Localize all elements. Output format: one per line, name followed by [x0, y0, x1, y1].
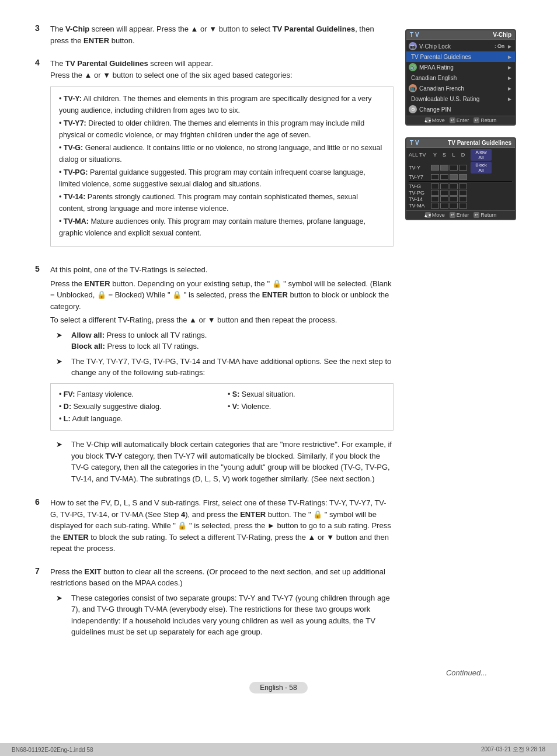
tvy7-cell3[interactable]: [450, 174, 458, 180]
parental-grid: ALL TV Y S L D Allow All TV-Y B: [406, 148, 515, 210]
parental-title-bar: T V TV Parental Guidelines: [406, 138, 515, 148]
tv14-cell1[interactable]: [431, 196, 439, 202]
step-4-content: The TV Parental Guidelines screen will a…: [50, 58, 394, 255]
vchip-row-downloadable[interactable]: Downloadable U.S. Rating ►: [406, 93, 515, 104]
tvy-cell3[interactable]: [450, 165, 458, 171]
parental-row-tvma: TV-MA: [409, 203, 513, 209]
tv14-cell4[interactable]: [459, 196, 467, 202]
p-enter-icon: ↵: [450, 212, 455, 218]
vchip-parental-arrow: ►: [507, 54, 513, 60]
parental-footer-enter: ↵ Enter: [450, 212, 469, 218]
vchip-footer: ▲▼ Move ↵ Enter ↩ Return: [406, 116, 515, 124]
vchip-row-channel[interactable]: 📺 Canadian French ►: [406, 83, 515, 93]
vchip-panel: T V V-Chip 📷 V-Chip Lock : On ► TV Paren…: [405, 29, 516, 126]
block-all-btn[interactable]: Block All: [471, 162, 492, 174]
vchip-dl-label: Downloadable U.S. Rating: [411, 96, 504, 102]
vchip-parental-label: TV Parental Guidelines: [411, 54, 504, 60]
tv14-cell2[interactable]: [440, 196, 448, 202]
tvma-cell4[interactable]: [459, 203, 467, 209]
tvy7-label: TV-Y7: [409, 174, 430, 180]
step-5: 5 At this point, one of the TV-Ratings i…: [35, 264, 394, 488]
header-s: S: [440, 152, 448, 158]
setup-icon: ⚙: [409, 105, 417, 113]
vchip-canfr-label: Canadian French: [419, 85, 504, 92]
tvy7-cell4[interactable]: [459, 174, 467, 180]
allow-all-btn[interactable]: Allow All: [471, 149, 492, 161]
tv14-cell3[interactable]: [450, 196, 458, 202]
step-3-text: The V-Chip screen will appear. Press the…: [50, 23, 394, 46]
sub-rating-l: • L: Adult language.: [59, 413, 216, 425]
step-7: 7 Press the EXIT button to clear all the…: [35, 566, 394, 641]
arrow-icon-2: ➤: [56, 356, 67, 379]
footer-move-label: Move: [432, 117, 445, 123]
sub-rating-s: • S: Sexual situation.: [228, 389, 385, 401]
tvg-cell2[interactable]: [440, 183, 448, 189]
sub-rating-d: • D: Sexually suggestive dialog.: [59, 401, 216, 413]
channel-icon: 📺: [409, 84, 417, 92]
step-7-note: ➤ These categories consist of two separa…: [56, 592, 394, 638]
tvma-cell1[interactable]: [431, 203, 439, 209]
step-5-number: 5: [35, 264, 44, 488]
footer-enter: ↵ Enter: [450, 117, 469, 123]
step-5-content: At this point, one of the TV-Ratings is …: [50, 264, 394, 488]
vchip-row-parental[interactable]: TV Parental Guidelines ►: [406, 51, 515, 62]
arrow-note-sub-ratings: ➤ The TV-Y, TV-Y7, TV-G, TV-PG, TV-14 an…: [56, 356, 394, 379]
step-3-number: 3: [35, 23, 44, 48]
tvg-cell1[interactable]: [431, 183, 439, 189]
parental-row-tvg: TV-G: [409, 183, 513, 189]
sub-ratings-intro-text: The TV-Y, TV-Y7, TV-G, TV-PG, TV-14 and …: [71, 356, 394, 379]
vchip-row-sound[interactable]: 🔊 MPAA Rating ►: [406, 62, 515, 72]
tvy7-cell1[interactable]: [431, 174, 439, 180]
page-number: English - 58: [249, 682, 307, 693]
tvg-cell4[interactable]: [459, 183, 467, 189]
parental-title-right: TV Parental Guidelines: [448, 140, 511, 146]
step-4: 4 The TV Parental Guidelines screen will…: [35, 58, 394, 255]
step-3-content: The V-Chip screen will appear. Press the…: [50, 23, 394, 48]
tvy-cell1[interactable]: [431, 165, 439, 171]
tvma-cell3[interactable]: [450, 203, 458, 209]
enter-icon: ↵: [450, 117, 455, 123]
tvy-cell2[interactable]: [440, 165, 448, 171]
step-5-text1: At this point, one of the TV-Ratings is …: [50, 264, 394, 276]
vchip-title-bar: T V V-Chip: [406, 30, 515, 40]
vchip-mpaa-label: MPAA Rating: [419, 64, 504, 71]
tvma-label: TV-MA: [409, 203, 430, 209]
info-item-tvma: TV-MA: Mature audiences only. This progr…: [59, 216, 385, 239]
bottom-bar-left: BN68-01192E-02Eng-1.indd 58: [12, 747, 93, 753]
tvg-label: TV-G: [409, 183, 430, 189]
vchip-row-label-lock: V-Chip Lock: [419, 43, 492, 50]
step-3: 3 The V-Chip screen will appear. Press t…: [35, 23, 394, 48]
vchip-row-setup[interactable]: ⚙ Change PIN: [406, 104, 515, 115]
tvma-cell2[interactable]: [440, 203, 448, 209]
tv14-label: TV-14: [409, 196, 430, 202]
footer-return-label: Return: [481, 117, 496, 123]
step-7-content: Press the EXIT button to clear all the s…: [50, 566, 394, 641]
vchip-row-picture[interactable]: 📷 V-Chip Lock : On ►: [406, 41, 515, 51]
info-item-tv14: TV-14: Parents strongly cautioned. This …: [59, 191, 385, 214]
sound-icon: 🔊: [409, 63, 417, 71]
return-icon: ↩: [474, 117, 479, 123]
tvpg-cell4[interactable]: [459, 190, 467, 196]
tvy7-cell2[interactable]: [440, 174, 448, 180]
step-6-number: 6: [35, 497, 44, 557]
parental-footer: ▲▼ Move ↵ Enter ↩ Return: [406, 210, 515, 219]
tvg-cell3[interactable]: [450, 183, 458, 189]
footer-return: ↩ Return: [474, 117, 496, 123]
picture-icon: 📷: [409, 42, 417, 50]
header-l: L: [450, 152, 458, 158]
step-5-text3: To select a different TV-Rating, press t…: [50, 314, 394, 326]
vchip-canfr-arrow: ►: [507, 85, 513, 92]
step-6-content: How to set the FV, D, L, S and V sub-rat…: [50, 497, 394, 557]
sub-ratings-left: • FV: Fantasy violence. • D: Sexually su…: [59, 389, 216, 426]
info-box: TV-Y: All children. The themes and eleme…: [50, 86, 394, 247]
info-item-tvy: TV-Y: All children. The themes and eleme…: [59, 93, 385, 116]
tvy-cell4[interactable]: [459, 165, 467, 171]
vchip-note-text: The V-Chip will automatically block cert…: [71, 439, 394, 484]
tvpg-cell1[interactable]: [431, 190, 439, 196]
vchip-row-canadian-eng[interactable]: Canadian English ►: [406, 72, 515, 83]
p-footer-return-label: Return: [481, 212, 496, 218]
tvpg-cell2[interactable]: [440, 190, 448, 196]
sub-rating-fv: • FV: Fantasy violence.: [59, 389, 216, 401]
info-list: TV-Y: All children. The themes and eleme…: [59, 93, 385, 239]
tvpg-cell3[interactable]: [450, 190, 458, 196]
